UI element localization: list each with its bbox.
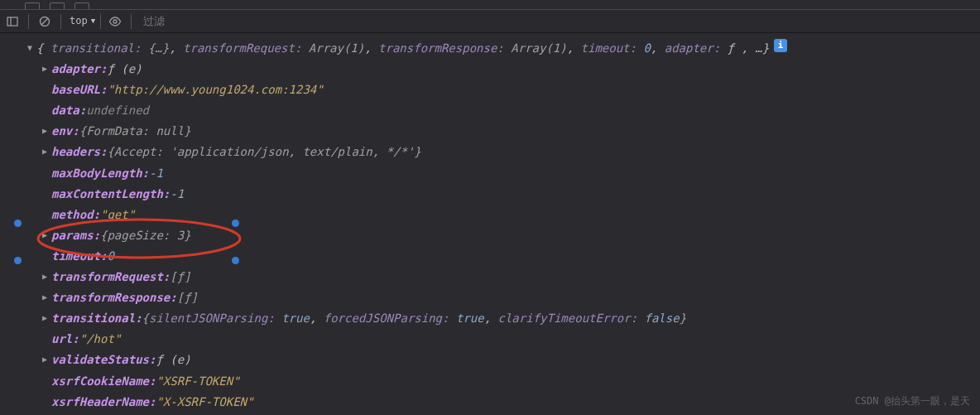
expand-arrow-icon[interactable]	[40, 268, 50, 286]
expand-arrow-icon[interactable]	[40, 60, 50, 78]
prop-xsrfcookiename[interactable]: xsrfCookieName: "XSRF-TOKEN"	[0, 371, 980, 392]
annotation-handle	[232, 220, 239, 227]
object-summary-row[interactable]: { transitional: {…}, transformRequest: A…	[0, 38, 980, 59]
expand-arrow-icon[interactable]	[25, 39, 35, 57]
expand-arrow-icon[interactable]	[40, 350, 50, 369]
tabs-stub	[0, 0, 980, 10]
prop-adapter[interactable]: adapter: ƒ (e)	[0, 59, 980, 80]
prop-params[interactable]: params: {pageSize: 3}	[0, 225, 980, 246]
prop-maxcontentlength[interactable]: maxContentLength: -1	[0, 184, 980, 205]
prop-validatestatus[interactable]: validateStatus: ƒ (e)	[0, 350, 980, 370]
console-toolbar: top ▼ 过滤	[0, 10, 980, 33]
info-badge-icon[interactable]: i	[774, 39, 787, 52]
svg-point-4	[113, 20, 117, 23]
expand-arrow-icon[interactable]	[40, 142, 50, 161]
annotation-handle	[14, 257, 22, 264]
prop-url[interactable]: url: "/hot"	[0, 329, 980, 350]
annotation-handle	[232, 257, 239, 264]
clear-console-icon[interactable]	[36, 12, 54, 31]
filter-input[interactable]: 过滤	[138, 12, 165, 30]
expand-arrow-icon[interactable]	[40, 309, 50, 327]
execution-context-selector[interactable]: top ▼	[68, 14, 101, 29]
prop-env[interactable]: env: {FormData: null}	[0, 121, 980, 142]
prop-baseurl[interactable]: baseURL: "http://www.young1024.com:1234"	[0, 80, 980, 100]
watermark: CSDN @抬头第一眼，是天	[855, 393, 970, 410]
prop-timeout[interactable]: timeout: 0	[0, 246, 980, 267]
expand-arrow-icon[interactable]	[40, 122, 50, 140]
live-expression-icon[interactable]	[106, 12, 124, 31]
chevron-down-icon: ▼	[91, 15, 95, 27]
sidebar-toggle-icon[interactable]	[3, 12, 22, 31]
annotation-handle	[14, 220, 22, 227]
console-output: { transitional: {…}, transformRequest: A…	[0, 33, 980, 415]
svg-rect-0	[7, 17, 17, 26]
prop-data[interactable]: data: undefined	[0, 100, 980, 121]
prop-transformresponse[interactable]: transformResponse: [ƒ]	[0, 287, 980, 308]
prop-method[interactable]: method: "get"	[0, 205, 980, 225]
prop-transitional[interactable]: transitional: {silentJSONParsing: true, …	[0, 308, 980, 329]
svg-line-3	[41, 18, 48, 25]
prop-xsrfheadername[interactable]: xsrfHeaderName: "X-XSRF-TOKEN"	[0, 392, 980, 413]
context-label: top	[70, 13, 88, 30]
prop-maxbodylength[interactable]: maxBodyLength: -1	[0, 163, 980, 184]
prop-transformrequest[interactable]: transformRequest: [ƒ]	[0, 267, 980, 287]
expand-arrow-icon[interactable]	[40, 288, 50, 306]
expand-arrow-icon[interactable]	[40, 226, 50, 244]
prop-headers[interactable]: headers: {Accept: 'application/json, tex…	[0, 142, 980, 162]
